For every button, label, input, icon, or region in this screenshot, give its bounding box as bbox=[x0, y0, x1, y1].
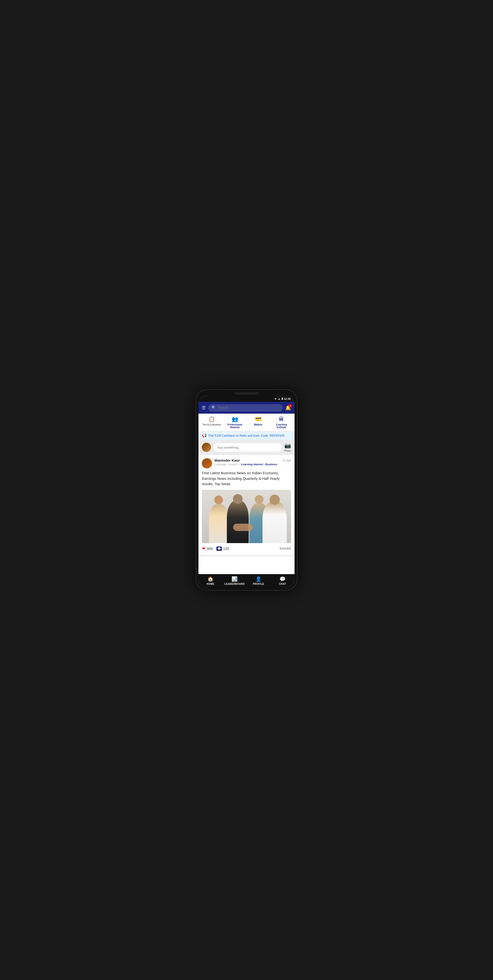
nav-item-test[interactable]: 📋 Test & Evalutions bbox=[202, 416, 221, 429]
meeting-scene bbox=[202, 490, 291, 543]
person2-head bbox=[233, 494, 243, 504]
person2-body bbox=[227, 501, 249, 543]
nav-item-wallets[interactable]: 💳 Wallets bbox=[249, 416, 268, 429]
post-language: Language - English bbox=[214, 463, 238, 466]
post-author-name: Maninder Kaur bbox=[214, 458, 240, 462]
post-author-row: Maninder Kaur 1h ago bbox=[214, 458, 291, 462]
person1-body bbox=[209, 504, 228, 543]
nav-item-coaching[interactable]: 🏛 Coaching Institute bbox=[272, 416, 291, 429]
photo-button[interactable]: 📷 Photo bbox=[284, 442, 291, 452]
post-text: Find Latest Business News on Indian Econ… bbox=[202, 470, 291, 487]
post-category: Language - English › Learning Interest -… bbox=[214, 463, 291, 466]
chat-icon: 💬 bbox=[279, 576, 286, 582]
bottom-nav-profile[interactable]: 👤 PROFILE bbox=[247, 576, 271, 585]
leaderboard-icon: 📊 bbox=[231, 576, 238, 582]
post-author-avatar bbox=[202, 458, 212, 468]
like-count: 609 bbox=[207, 547, 212, 550]
chat-label: CHAT bbox=[279, 582, 286, 585]
post-topic: Learning Interest - Business bbox=[241, 463, 277, 466]
share-button[interactable]: SHARE bbox=[279, 547, 291, 550]
post-actions: ❤ 609 💬 120 SHARE bbox=[202, 546, 291, 551]
like-button[interactable]: ❤ 609 bbox=[202, 546, 212, 551]
bottom-nav-home[interactable]: 🏠 HOME bbox=[198, 576, 222, 585]
post-time: 1h ago bbox=[282, 459, 291, 462]
quick-nav: 📋 Test & Evalutions 👥 Professional Netwo… bbox=[198, 414, 295, 431]
hamburger-menu[interactable]: ☰ bbox=[202, 405, 206, 410]
test-label: Test & Evalutions bbox=[203, 423, 221, 426]
phone-notch bbox=[235, 392, 258, 395]
post-input-area: 📷 Photo bbox=[198, 440, 295, 455]
current-user-avatar bbox=[202, 443, 211, 452]
post-image bbox=[202, 490, 291, 543]
status-bar: ▼ ▲ ▮ 12:30 bbox=[198, 396, 295, 402]
person3-head bbox=[255, 495, 263, 504]
home-icon: 🏠 bbox=[207, 576, 214, 582]
avatar-image bbox=[202, 443, 211, 452]
say-something-input[interactable] bbox=[214, 443, 282, 452]
heart-icon: ❤ bbox=[202, 546, 206, 551]
search-input[interactable] bbox=[218, 406, 279, 409]
bottom-nav-chat[interactable]: 💬 CHAT bbox=[271, 576, 295, 585]
post-card: Maninder Kaur 1h ago Language - English … bbox=[198, 455, 295, 557]
camera-icon: 📷 bbox=[284, 442, 291, 449]
wallets-label: Wallets bbox=[254, 423, 263, 426]
chevron-icon: › bbox=[239, 463, 241, 466]
coaching-label: Coaching Institute bbox=[272, 423, 291, 429]
handshake-area bbox=[233, 524, 252, 531]
network-label: Professional Network bbox=[225, 423, 244, 429]
phone-frame: ▼ ▲ ▮ 12:30 ☰ 🔍 🔔 1 📋 Test & Evalutions bbox=[196, 390, 297, 590]
wifi-icon: ▼ bbox=[274, 398, 277, 400]
post-meta: Maninder Kaur 1h ago Language - English … bbox=[214, 458, 291, 466]
test-icon: 📋 bbox=[208, 416, 215, 422]
comment-button[interactable]: 💬 120 bbox=[216, 546, 229, 551]
promo-icon: 📢 bbox=[202, 433, 207, 438]
nav-item-network[interactable]: 👥 Professional Network bbox=[225, 416, 244, 429]
person4-body bbox=[263, 502, 287, 543]
time-display: 12:30 bbox=[284, 398, 290, 400]
promo-banner[interactable]: 📢 Flat ₹100 Cashback on Refer and Earn. … bbox=[198, 431, 295, 440]
status-icons: ▼ ▲ ▮ 12:30 bbox=[274, 397, 290, 400]
person4-head bbox=[270, 495, 280, 505]
profile-icon: 👤 bbox=[255, 576, 262, 582]
leaderboard-label: LEADERBOARD bbox=[225, 582, 244, 585]
profile-label: PROFILE bbox=[253, 582, 264, 585]
person1-head bbox=[214, 496, 223, 504]
bottom-nav: 🏠 HOME 📊 LEADERBOARD 👤 PROFILE 💬 CHAT bbox=[198, 574, 295, 588]
comment-icon: 💬 bbox=[216, 546, 222, 551]
notification-badge: 1 bbox=[289, 404, 292, 407]
network-icon: 👥 bbox=[232, 416, 238, 422]
search-bar[interactable]: 🔍 bbox=[208, 404, 282, 411]
top-nav: ☰ 🔍 🔔 1 bbox=[198, 402, 295, 414]
phone-screen: ▼ ▲ ▮ 12:30 ☰ 🔍 🔔 1 📋 Test & Evalutions bbox=[198, 396, 295, 588]
post-header: Maninder Kaur 1h ago Language - English … bbox=[202, 458, 291, 468]
signal-icon: ▲ bbox=[278, 398, 281, 400]
battery-icon: ▮ bbox=[281, 397, 283, 400]
home-label: HOME bbox=[207, 582, 214, 585]
promo-text: Flat ₹100 Cashback on Refer and Earn. Co… bbox=[209, 434, 284, 438]
photo-label: Photo bbox=[284, 449, 291, 452]
wallets-icon: 💳 bbox=[255, 416, 262, 422]
notification-bell[interactable]: 🔔 1 bbox=[285, 405, 291, 411]
coaching-icon: 🏛 bbox=[279, 416, 284, 422]
feed: Maninder Kaur 1h ago Language - English … bbox=[198, 455, 295, 574]
bottom-nav-leaderboard[interactable]: 📊 LEADERBOARD bbox=[222, 576, 247, 585]
comment-count: 120 bbox=[223, 547, 229, 550]
search-icon: 🔍 bbox=[212, 406, 216, 409]
